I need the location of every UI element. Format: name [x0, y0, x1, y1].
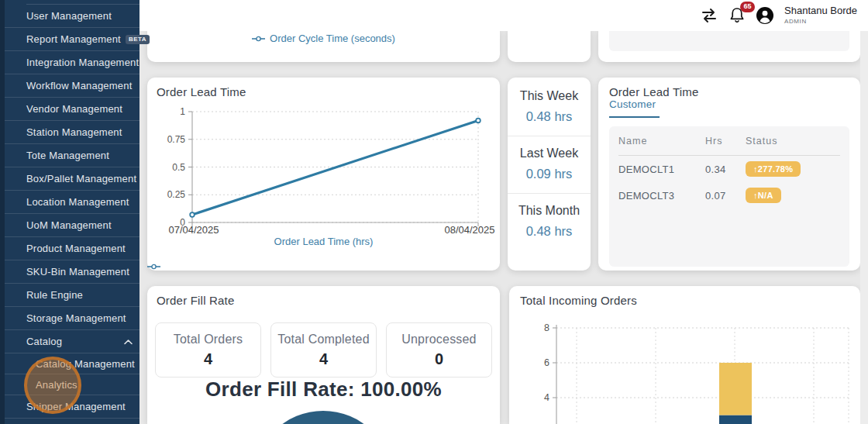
summary-value: 0.48 hrs: [511, 224, 587, 239]
sidebar-item-sku-bin-management[interactable]: SKU-Bin Management: [5, 260, 140, 284]
partial-table-area: [609, 29, 849, 51]
cell-hrs: 0.34: [705, 164, 746, 175]
sidebar-item-tote-management[interactable]: Tote Management: [5, 144, 140, 167]
order-cycle-legend[interactable]: Order Cycle Time (seconds): [147, 33, 500, 44]
column-header-status: Status: [746, 136, 840, 147]
status-badge: ↑277.78%: [746, 161, 801, 177]
sidebar-item-vendor-management[interactable]: Vendor Management: [5, 98, 140, 121]
notification-bell-icon[interactable]: 65: [728, 6, 746, 25]
fill-rate-stats: Total Orders4Total Completed4Unprocessed…: [155, 322, 492, 377]
sidebar-item-label: Integration Management: [26, 57, 139, 68]
sidebar-item-label: SKU-Bin Management: [26, 266, 129, 277]
sidebar-item-box-pallet-management[interactable]: Box/Pallet Management: [5, 167, 140, 191]
table-header-row: Name Hrs Status: [618, 126, 840, 156]
sidebar-item-label: Report Management: [26, 33, 121, 45]
stat-value: 0: [387, 350, 491, 368]
stat-label: Unprocessed: [387, 333, 491, 346]
notification-count-badge: 65: [740, 2, 755, 12]
svg-text:08/04/2025: 08/04/2025: [444, 224, 494, 236]
column-header-hrs: Hrs: [705, 136, 746, 147]
stat-label: Total Orders: [156, 333, 260, 346]
stat-value: 4: [271, 350, 376, 368]
sidebar-item-report-management[interactable]: Report ManagementBETA: [5, 28, 140, 51]
sidebar-item-label: Vendor Management: [26, 103, 122, 115]
user-avatar-icon[interactable]: [756, 6, 774, 25]
column-header-name: Name: [618, 136, 705, 147]
svg-text:07/04/2025: 07/04/2025: [168, 224, 219, 236]
sidebar-item-catalog-management[interactable]: Catalog Management: [5, 353, 140, 374]
sidebar-item-label: Product Management: [26, 243, 126, 254]
scrollbar-track[interactable]: [860, 31, 868, 424]
svg-text:0.25: 0.25: [167, 189, 186, 200]
sidebar-item-workflow-management[interactable]: Workflow Management: [5, 74, 140, 98]
sidebar-item-shipper-management[interactable]: Shipper Management: [5, 395, 140, 419]
sidebar-item-rule-engine[interactable]: Rule Engine: [5, 284, 140, 307]
order-lead-legend-label: Order Lead Time (hrs): [274, 236, 374, 247]
sidebar-item-label: User Management: [26, 10, 112, 22]
order-lead-time-table-card: Order Lead Time Customer Name Hrs Status…: [598, 78, 860, 271]
cell-name: DEMOCLT1: [618, 164, 705, 175]
sidebar-item-label: Workflow Management: [26, 80, 133, 91]
summary-section: This Week0.48 hrs: [508, 79, 591, 136]
sidebar-item-label: Location Management: [26, 196, 129, 208]
sidebar-item-uom-management[interactable]: UoM Management: [5, 214, 140, 237]
sidebar-item-integration-management[interactable]: Integration Management: [5, 51, 140, 74]
stat-label: Total Completed: [271, 333, 376, 346]
order-fill-rate-card: Order Fill Rate Total Orders4Total Compl…: [147, 286, 500, 424]
stat-card: Unprocessed0: [386, 322, 492, 377]
sidebar-item-catalog[interactable]: Catalog: [5, 330, 140, 353]
svg-text:0.75: 0.75: [167, 134, 186, 145]
card-title: Order Lead Time: [157, 85, 246, 98]
sidebar-item-user-management[interactable]: User Management: [5, 5, 140, 28]
tab-customer[interactable]: Customer: [609, 98, 656, 110]
table-row: DEMOCLT10.34↑277.78%: [618, 156, 840, 182]
svg-text:8: 8: [544, 322, 549, 333]
summary-section: Last Week0.09 hrs: [508, 136, 591, 194]
svg-text:6: 6: [544, 357, 549, 368]
card-title: Order Lead Time: [609, 85, 699, 98]
legend-line-marker-icon: [252, 36, 265, 42]
sidebar: User ManagementReport ManagementBETAInte…: [0, 0, 140, 424]
tab-active-indicator: [609, 116, 660, 118]
table-body: DEMOCLT10.34↑277.78%DEMOCLT30.07↑N/A: [618, 156, 840, 209]
sidebar-item-label: Tote Management: [26, 150, 109, 161]
stat-value: 4: [156, 350, 260, 368]
partial-card-right: [598, 29, 860, 62]
card-title: Order Fill Rate: [157, 294, 235, 307]
order-lead-legend[interactable]: Order Lead Time (hrs): [147, 236, 500, 247]
cell-name: DEMOCLT3: [618, 190, 705, 202]
sidebar-item-label: Station Management: [26, 126, 122, 138]
sidebar-item-product-management[interactable]: Product Management: [5, 237, 140, 260]
order-lead-time-chart-card: Order Lead Time 00.250.50.75107/04/20250…: [147, 78, 500, 271]
sidebar-item-analytics[interactable]: Analytics: [5, 374, 140, 395]
sidebar-item-station-management[interactable]: Station Management: [5, 121, 140, 144]
svg-text:1: 1: [180, 106, 185, 117]
order-cycle-legend-label: Order Cycle Time (seconds): [270, 33, 395, 44]
stat-card: Total Orders4: [155, 322, 261, 377]
legend-line-marker-icon: [147, 264, 160, 270]
lead-time-summary-card: This Week0.48 hrsLast Week0.09 hrsThis M…: [508, 78, 591, 271]
user-name: Shantanu Borde: [784, 5, 857, 17]
summary-label: This Month: [511, 204, 587, 218]
sidebar-item-label: Catalog Management: [36, 358, 135, 370]
summary-value: 0.48 hrs: [511, 109, 587, 124]
sidebar-item-storage-management[interactable]: Storage Management: [5, 307, 140, 330]
lead-time-table: Name Hrs Status DEMOCLT10.34↑277.78%DEMO…: [609, 126, 849, 267]
sidebar-item-label: Box/Pallet Management: [26, 173, 136, 184]
user-info[interactable]: Shantanu Borde ADMIN: [784, 5, 857, 25]
stat-card: Total Completed4: [270, 322, 377, 377]
sidebar-item-location-management[interactable]: Location Management: [5, 191, 140, 214]
summary-section: This Month0.48 hrs: [508, 194, 591, 250]
partial-card-middle: [508, 29, 591, 62]
sidebar-item-label: UoM Management: [26, 219, 112, 231]
beta-badge: BETA: [126, 35, 150, 44]
sidebar-item-label: Shipper Management: [26, 401, 126, 412]
table-row: DEMOCLT30.07↑N/A: [618, 182, 840, 209]
order-cycle-time-card-partial: Order Cycle Time (seconds): [147, 29, 500, 62]
sidebar-item-label: Analytics: [36, 379, 78, 391]
svg-text:0.5: 0.5: [172, 162, 185, 173]
sidebar-item-label: Catalog: [26, 336, 62, 347]
summary-label: This Week: [511, 89, 587, 103]
sidebar-item-label: Storage Management: [26, 312, 126, 324]
transfer-arrows-icon[interactable]: [700, 8, 718, 23]
